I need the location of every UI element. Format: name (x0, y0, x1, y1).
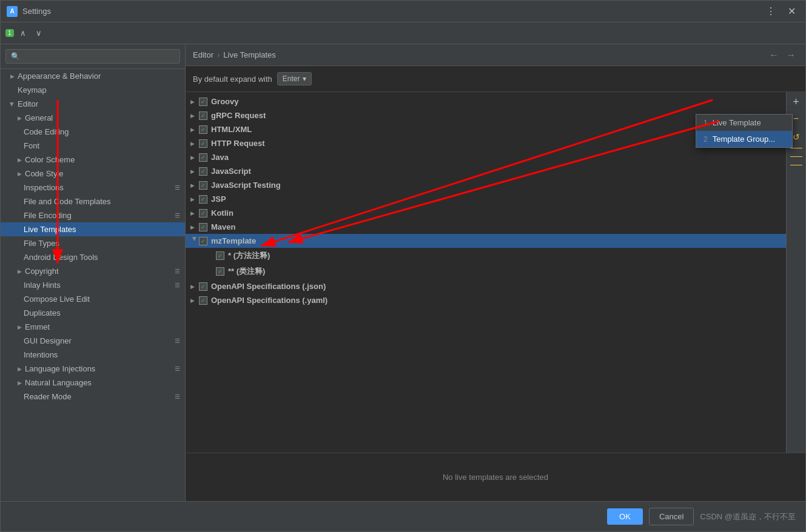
arrow-icon: ▶ (190, 298, 199, 304)
more-options-btn[interactable]: ⋮ (762, 4, 779, 18)
badge-icon: ☰ (175, 365, 180, 372)
expand-dropdown[interactable]: Enter ▾ (277, 72, 312, 85)
arrow-icon: ▶ (190, 210, 199, 216)
right-panel: Editor › Live Templates ← → By default e… (186, 44, 805, 501)
separator-line (790, 148, 802, 150)
separator-line-3 (790, 165, 802, 167)
sidebar-item-editor[interactable]: ▶ Editor (1, 97, 185, 111)
sidebar-item-copyright[interactable]: ▶ Copyright ☰ (1, 264, 185, 278)
template-checkbox[interactable] (199, 195, 207, 204)
nav-forward-btn[interactable]: → (784, 48, 798, 62)
sidebar-item-label: Copyright (25, 267, 59, 276)
template-group-jsp[interactable]: ▶ JSP (186, 192, 786, 206)
template-group-java[interactable]: ▶ Java (186, 150, 786, 164)
sidebar: ▶ Appearance & Behavior Keymap ▶ Editor … (1, 44, 186, 501)
sidebar-item-font[interactable]: Font (1, 139, 185, 153)
template-checkbox[interactable] (199, 181, 207, 190)
sidebar-item-inspections[interactable]: Inspections ☰ (1, 181, 185, 195)
sidebar-item-file-types[interactable]: File Types (1, 236, 185, 250)
sidebar-item-file-encoding[interactable]: File Encoding ☰ (1, 208, 185, 222)
template-group-javascript[interactable]: ▶ JavaScript (186, 164, 786, 178)
cancel-button[interactable]: Cancel (649, 508, 694, 525)
sidebar-item-inlay-hints[interactable]: Inlay Hints ☰ (1, 278, 185, 292)
sidebar-item-live-templates[interactable]: Live Templates (1, 222, 185, 236)
arrow-icon: ▶ (192, 237, 198, 245)
sidebar-item-file-code-templates[interactable]: File and Code Templates (1, 195, 185, 208)
sidebar-item-natural-languages[interactable]: ▶ Natural Languages (1, 376, 185, 390)
sidebar-item-label: Live Templates (24, 225, 76, 234)
sidebar-item-label: Intentions (24, 350, 58, 359)
sidebar-item-label: Appearance & Behavior (18, 71, 101, 81)
template-checkbox[interactable] (199, 209, 207, 218)
sidebar-item-label: File Types (24, 239, 59, 248)
template-name: Groovy (211, 97, 239, 106)
breadcrumb-current: Live Templates (223, 50, 275, 59)
template-checkbox[interactable] (199, 296, 207, 305)
sidebar-item-language-injections[interactable]: ▶ Language Injections ☰ (1, 362, 185, 376)
sidebar-item-label: Compose Live Edit (24, 294, 90, 304)
template-group-openapi-json[interactable]: ▶ OpenAPI Specifications (.json) (186, 279, 786, 293)
badge-icon: ☰ (175, 282, 180, 288)
sidebar-item-label: Duplicates (24, 308, 61, 318)
sidebar-item-color-scheme[interactable]: ▶ Color Scheme (1, 153, 185, 167)
badge-icon: ☰ (175, 212, 180, 219)
dropdown-item-live-template[interactable]: 1 Live Template (696, 115, 792, 131)
dropdown-arrow-icon: ▾ (303, 75, 306, 83)
template-checkbox[interactable] (199, 153, 207, 162)
template-checkbox[interactable] (216, 267, 224, 276)
template-item-class-comment[interactable]: ** (类注释) (186, 264, 786, 279)
template-item-method-comment[interactable]: * (方法注释) (186, 248, 786, 264)
template-checkbox[interactable] (199, 98, 207, 106)
sidebar-item-label: Keymap (18, 85, 47, 95)
sidebar-item-code-style[interactable]: ▶ Code Style (1, 167, 185, 181)
template-group-groovy[interactable]: ▶ Groovy (186, 95, 786, 108)
sidebar-item-reader-mode[interactable]: Reader Mode ☰ (1, 390, 185, 404)
arrow-icon: ▶ (15, 323, 24, 331)
nav-down-btn[interactable]: ∨ (32, 27, 45, 39)
sidebar-item-code-editing[interactable]: Code Editing (1, 125, 185, 139)
sidebar-item-general[interactable]: ▶ General (1, 111, 185, 125)
template-checkbox[interactable] (199, 167, 207, 176)
breadcrumb-nav: ← → (767, 48, 798, 62)
sidebar-item-duplicates[interactable]: Duplicates (1, 306, 185, 320)
add-template-btn[interactable]: + (788, 95, 804, 109)
sidebar-item-intentions[interactable]: Intentions (1, 348, 185, 362)
breadcrumb-parent: Editor (193, 50, 213, 59)
template-checkbox[interactable] (199, 237, 207, 245)
template-group-maven[interactable]: ▶ Maven (186, 220, 786, 234)
arrow-icon: ▶ (190, 113, 199, 119)
item-label: Live Template (713, 118, 761, 127)
arrow-icon: ▶ (190, 127, 199, 133)
sidebar-item-android-design-tools[interactable]: Android Design Tools (1, 250, 185, 264)
sidebar-item-label: Code Editing (24, 127, 69, 136)
sidebar-item-label: Emmet (25, 322, 50, 331)
sidebar-item-appearance[interactable]: ▶ Appearance & Behavior (1, 69, 185, 83)
sidebar-item-emmet[interactable]: ▶ Emmet (1, 320, 185, 334)
template-group-openapi-yaml[interactable]: ▶ OpenAPI Specifications (.yaml) (186, 293, 786, 307)
template-group-kotlin[interactable]: ▶ Kotlin (186, 206, 786, 220)
dropdown-item-template-group[interactable]: 2 Template Group... (696, 131, 792, 147)
template-checkbox[interactable] (199, 111, 207, 120)
close-btn[interactable]: ✕ (784, 4, 799, 18)
no-template-text: No live templates are selected (443, 473, 548, 482)
search-input[interactable] (5, 49, 180, 64)
template-group-js-testing[interactable]: ▶ JavaScript Testing (186, 178, 786, 192)
template-checkbox[interactable] (199, 139, 207, 148)
arrow-icon: ▶ (8, 72, 16, 81)
sidebar-item-keymap[interactable]: Keymap (1, 83, 185, 97)
template-group-mztemplate[interactable]: ▶ mzTemplate (186, 234, 786, 248)
sidebar-item-compose-live-edit[interactable]: Compose Live Edit (1, 292, 185, 306)
sidebar-item-gui-designer[interactable]: GUI Designer ☰ (1, 334, 185, 348)
sidebar-tree: ▶ Appearance & Behavior Keymap ▶ Editor … (1, 69, 185, 501)
arrow-icon: ▶ (15, 267, 24, 276)
template-checkbox[interactable] (216, 251, 224, 260)
template-name: Maven (211, 222, 235, 231)
template-checkbox[interactable] (199, 282, 207, 291)
ok-button[interactable]: OK (607, 508, 643, 525)
nav-back-btn[interactable]: ← (767, 48, 781, 62)
nav-up-btn[interactable]: ∧ (16, 27, 30, 39)
settings-window: A Settings ⋮ ✕ 1 ∧ ∨ ▶ Appearance & Beha… (0, 0, 806, 532)
arrow-icon: ▶ (190, 182, 199, 188)
template-checkbox[interactable] (199, 223, 207, 231)
template-checkbox[interactable] (199, 125, 207, 134)
